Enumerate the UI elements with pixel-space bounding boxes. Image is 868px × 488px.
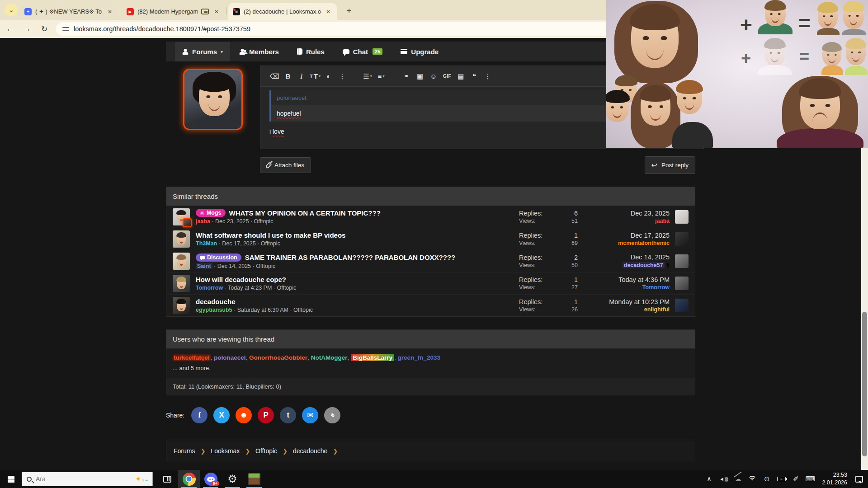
close-icon[interactable]: ✕ xyxy=(324,8,332,16)
align-button[interactable]: ≡▾ xyxy=(375,70,387,83)
touch-keyboard-icon[interactable]: ⌨ xyxy=(804,470,816,488)
viewer-username[interactable]: GonorrhoeaGobbler xyxy=(249,354,307,361)
viewer-username[interactable]: BigBallsLarry xyxy=(351,354,394,361)
start-button[interactable] xyxy=(0,470,22,488)
viewer-username[interactable]: NotAMogger xyxy=(311,354,348,361)
font-size-button[interactable]: TT▾ xyxy=(309,70,321,83)
plus-sign: + xyxy=(740,13,752,37)
nav-item-forums[interactable]: Forums ▾ xyxy=(175,42,230,61)
task-view-button[interactable] xyxy=(156,470,178,488)
viewer-username[interactable]: polonaecel xyxy=(214,354,246,361)
last-post-user[interactable]: enlightful xyxy=(578,306,670,313)
emoji-button[interactable]: ☺ xyxy=(428,70,439,83)
remove-format-button[interactable]: ⌫ xyxy=(269,70,280,83)
last-post-date: Dec 17, 2025 xyxy=(578,232,670,239)
thread-title[interactable]: WHATS MY OPINION ON A CERTAIN TOPIC??? xyxy=(229,209,381,217)
onedrive-icon[interactable]: ☁ xyxy=(731,470,744,488)
copy-link-icon[interactable]: ⚭ xyxy=(324,407,340,423)
more-options-button[interactable]: ⋮ xyxy=(336,70,348,83)
breadcrumb-forums[interactable]: Forums xyxy=(174,447,195,455)
last-user-avatar[interactable] xyxy=(675,299,689,312)
taskbar-minecraft[interactable] xyxy=(243,470,265,488)
text-color-button[interactable]: ◐ xyxy=(323,70,335,83)
taskbar-discord[interactable]: 9+ xyxy=(200,470,222,488)
user-avatar[interactable] xyxy=(183,69,243,130)
breadcrumb-looksmax[interactable]: Looksmax xyxy=(211,447,240,455)
pip-video-overlay[interactable]: + = + = xyxy=(606,0,868,148)
taskbar-chrome[interactable] xyxy=(178,470,200,488)
last-post-user[interactable]: jaaba xyxy=(578,218,670,224)
list-button[interactable]: ☰▾ xyxy=(362,70,373,83)
tab-youtube[interactable]: ▶ (82) Modern Hypergamy an ✕ xyxy=(122,3,225,20)
thread-title[interactable]: What software should I use to make BP vi… xyxy=(196,231,345,239)
toolbar-more-button[interactable]: ⋮ xyxy=(482,70,494,83)
cast-icon[interactable]: ⊙ xyxy=(760,470,773,488)
attach-files-button[interactable]: Attach files xyxy=(260,157,311,173)
insert-link-button[interactable]: ⚭ xyxy=(401,70,412,83)
thread-author[interactable]: Th3Man xyxy=(196,240,217,247)
wifi-icon[interactable] xyxy=(746,470,759,488)
taskbar-settings[interactable]: ⚙ xyxy=(222,470,243,488)
thread-avatar[interactable] xyxy=(173,208,190,225)
thread-avatar[interactable] xyxy=(173,275,190,292)
back-icon[interactable]: ← xyxy=(3,22,17,36)
tumblr-icon[interactable]: t xyxy=(280,407,296,423)
address-bar[interactable]: looksmax.org/threads/decadouche.1800971/… xyxy=(56,22,616,36)
thread-author[interactable]: egyptiansub5 xyxy=(196,307,232,313)
nav-item-rules[interactable]: Rules xyxy=(288,42,334,61)
last-user-avatar[interactable] xyxy=(675,277,689,290)
thread-title[interactable]: SAME TRAINER AS PARABOLAN????? PARABOLAN… xyxy=(245,253,456,261)
viewer-username[interactable]: green_fn_2033 xyxy=(397,354,440,361)
reload-icon[interactable]: ↻ xyxy=(37,22,52,36)
insert-media-button[interactable]: ▤ xyxy=(455,70,467,83)
close-icon[interactable]: ✕ xyxy=(212,8,221,16)
bold-button[interactable]: B xyxy=(282,70,294,83)
facebook-icon[interactable]: f xyxy=(191,407,208,423)
x-twitter-icon[interactable]: X xyxy=(213,407,230,423)
last-user-avatar[interactable] xyxy=(675,210,689,224)
nav-item-upgrade[interactable]: Upgrade xyxy=(392,42,448,61)
nav-item-chat[interactable]: Chat 25 xyxy=(334,42,392,61)
volume-icon[interactable]: ◄))) xyxy=(717,470,730,488)
last-post-user[interactable]: mcmentalonthemic xyxy=(578,240,670,246)
thread-author[interactable]: Saint xyxy=(196,263,212,269)
thread-avatar[interactable] xyxy=(173,230,190,248)
nav-item-members[interactable]: Members xyxy=(230,42,288,61)
insert-quote-button[interactable]: ❝ xyxy=(468,70,480,83)
breadcrumb-offtopic[interactable]: Offtopic xyxy=(255,447,277,455)
email-share-icon[interactable]: ✉ xyxy=(302,407,318,423)
post-reply-button[interactable]: ↩ Post reply xyxy=(645,156,695,174)
action-center-button[interactable] xyxy=(853,470,865,488)
last-user-avatar[interactable] xyxy=(675,254,689,268)
site-settings-icon[interactable] xyxy=(62,27,69,32)
thread-title[interactable]: How will decadouche cope? xyxy=(196,276,286,283)
hidden-icons-chevron[interactable]: ∧ xyxy=(703,470,715,488)
thread-avatar[interactable] xyxy=(173,253,190,270)
breadcrumb-thread[interactable]: decadouche xyxy=(293,447,327,455)
thread-title[interactable]: decadouche xyxy=(196,298,236,305)
battery-icon[interactable]: ϟ xyxy=(775,470,788,488)
scrollbar-thumb[interactable] xyxy=(862,312,867,456)
thread-author[interactable]: jaaba xyxy=(196,218,210,225)
thread-author[interactable]: Tomorrow xyxy=(196,285,223,291)
gif-button[interactable]: GIF xyxy=(441,70,453,83)
pen-icon[interactable]: ✐ xyxy=(789,470,802,488)
taskbar-search[interactable]: ✦✧•• xyxy=(22,472,153,486)
close-icon[interactable]: ✕ xyxy=(106,8,114,16)
new-tab-button[interactable]: + xyxy=(343,5,355,17)
viewer-username[interactable]: turkcelfatçel xyxy=(173,354,211,361)
reddit-icon[interactable]: ☻ xyxy=(236,407,252,423)
insert-image-button[interactable]: ▣ xyxy=(414,70,426,83)
pinterest-icon[interactable]: P xyxy=(258,407,274,423)
search-input[interactable] xyxy=(36,475,122,483)
taskbar-clock[interactable]: 23:53 2.01.2026 xyxy=(818,471,851,487)
tab-search-button[interactable]: ⌄ xyxy=(5,4,18,16)
tab-new-years[interactable]: ✦ ( ✦ ) ※NEW YEARS※ Tower De ✕ xyxy=(20,3,118,20)
forward-icon[interactable]: → xyxy=(20,22,34,36)
tab-looksmax-active[interactable]: ☠ (2) decadouche | Looksmax.org ✕ xyxy=(228,3,337,20)
last-user-avatar[interactable] xyxy=(675,232,689,246)
thread-avatar[interactable] xyxy=(173,297,190,314)
last-post-user[interactable]: Tomorrow xyxy=(578,284,670,291)
italic-button[interactable]: I xyxy=(296,70,307,83)
last-post-user[interactable]: decadouche57 xyxy=(623,262,665,268)
